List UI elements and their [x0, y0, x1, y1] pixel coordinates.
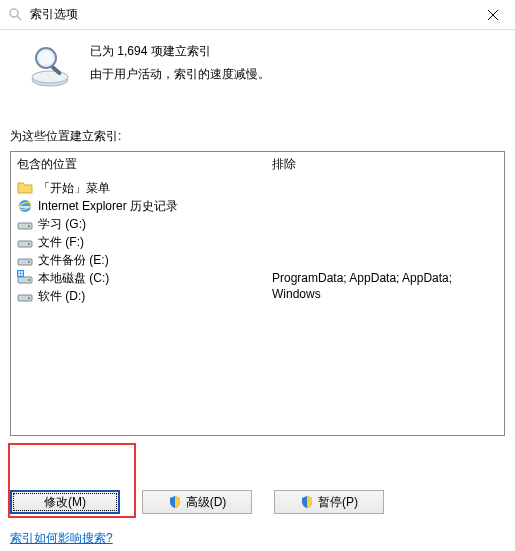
column-header-excluded[interactable]: 排除 — [266, 152, 504, 177]
drive-sys-icon — [17, 270, 33, 286]
indexing-status-text: 由于用户活动，索引的速度减慢。 — [90, 63, 270, 86]
location-item-label: 文件备份 (E:) — [38, 252, 109, 268]
location-item[interactable]: Internet Explorer 历史记录 — [15, 197, 262, 215]
drive-icon — [17, 234, 33, 250]
drive-icon — [17, 252, 33, 268]
svg-rect-12 — [28, 225, 30, 227]
exclude-item — [270, 233, 500, 251]
close-button[interactable] — [470, 0, 515, 30]
column-header-included[interactable]: 包含的位置 — [11, 152, 266, 177]
pause-button-label: 暂停(P) — [318, 494, 358, 511]
shield-icon — [168, 495, 182, 509]
modify-button-label: 修改(M) — [44, 494, 86, 511]
advanced-button[interactable]: 高级(D) — [142, 490, 252, 514]
summary-section: 已为 1,694 项建立索引 由于用户活动，索引的速度减慢。 — [0, 30, 515, 88]
svg-point-0 — [10, 9, 18, 17]
location-item-label: 软件 (D:) — [38, 288, 85, 304]
location-item[interactable]: 「开始」菜单 — [15, 179, 262, 197]
drive-icon — [17, 288, 33, 304]
svg-rect-16 — [28, 261, 30, 263]
locations-label: 为这些位置建立索引: — [0, 88, 515, 151]
svg-line-1 — [17, 16, 21, 20]
locations-list: 包含的位置 排除 「开始」菜单Internet Explorer 历史记录学习 … — [10, 151, 505, 436]
exclude-item — [270, 303, 500, 321]
location-item[interactable]: 学习 (G:) — [15, 215, 262, 233]
shield-icon — [300, 495, 314, 509]
location-item-label: 文件 (F:) — [38, 234, 84, 250]
exclude-item — [270, 197, 500, 215]
location-item-label: Internet Explorer 历史记录 — [38, 198, 178, 214]
location-item-label: 「开始」菜单 — [38, 180, 110, 196]
location-item[interactable]: 文件备份 (E:) — [15, 251, 262, 269]
help-link[interactable]: 索引如何影响搜索? — [10, 530, 113, 547]
location-item[interactable]: 软件 (D:) — [15, 287, 262, 305]
svg-point-5 — [32, 71, 68, 83]
exclude-item — [270, 179, 500, 197]
button-row: 修改(M) 高级(D) 暂停(P) — [10, 490, 384, 514]
svg-rect-21 — [21, 271, 23, 273]
svg-rect-20 — [18, 271, 20, 273]
svg-point-9 — [19, 200, 31, 212]
svg-rect-23 — [21, 274, 23, 276]
location-item-label: 本地磁盘 (C:) — [38, 270, 109, 286]
folder-icon — [17, 180, 33, 196]
magnifier-icon — [26, 40, 74, 88]
drive-icon — [17, 216, 33, 232]
exclude-item: ProgramData; AppData; AppData; Windows — [270, 269, 500, 303]
svg-point-7 — [39, 51, 53, 65]
location-item[interactable]: 本地磁盘 (C:) — [15, 269, 262, 287]
app-icon — [8, 7, 24, 23]
exclude-item — [270, 251, 500, 269]
indexed-count-text: 已为 1,694 项建立索引 — [90, 40, 270, 63]
modify-button[interactable]: 修改(M) — [10, 490, 120, 514]
svg-rect-25 — [28, 297, 30, 299]
location-item-label: 学习 (G:) — [38, 216, 86, 232]
titlebar: 索引选项 — [0, 0, 515, 30]
svg-rect-18 — [28, 279, 30, 281]
ie-icon — [17, 198, 33, 214]
exclude-item — [270, 215, 500, 233]
window-title: 索引选项 — [30, 6, 78, 23]
location-item[interactable]: 文件 (F:) — [15, 233, 262, 251]
svg-rect-19 — [17, 270, 24, 277]
svg-rect-22 — [18, 274, 20, 276]
pause-button[interactable]: 暂停(P) — [274, 490, 384, 514]
advanced-button-label: 高级(D) — [186, 494, 227, 511]
svg-rect-14 — [28, 243, 30, 245]
